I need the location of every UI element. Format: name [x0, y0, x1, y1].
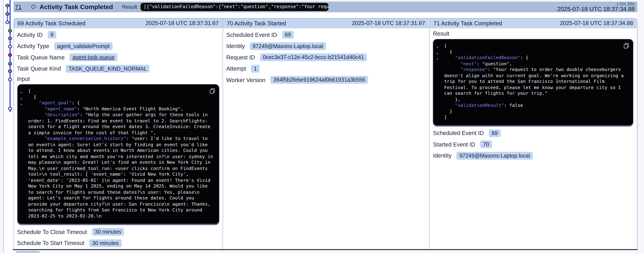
field-label: Request ID [226, 54, 255, 61]
field-value-badge: 97249@Masons-Laptop.local [456, 152, 533, 160]
field-label: Worker Version [226, 77, 266, 83]
field-value-badge: 1 [251, 65, 260, 73]
field-value-badge: 70 [480, 141, 492, 148]
field-label: Attempt [226, 65, 246, 72]
field-value-badge: 69 [489, 129, 500, 137]
panel-header-timestamp: 2025-07-18 UTC 18:37:34.88 [560, 20, 633, 26]
panel-activity-task-scheduled: 69 Activity Task Scheduled 2025-07-18 UT… [14, 18, 222, 249]
field-row: Activity Typeagent_validatePrompt [17, 40, 219, 52]
field-row: Request ID0cec3e37-c12e-45c2-bccc-b21541… [226, 52, 426, 63]
timeline-event-dot[interactable] [8, 70, 12, 73]
field-row: Identity97249@Masons-Laptop.local [433, 150, 633, 161]
input-section-label: Input [17, 74, 219, 83]
timeline-event-dot[interactable] [8, 107, 12, 110]
field-label: Schedule To Close Timeout [17, 229, 87, 235]
copy-icon[interactable] [624, 43, 629, 49]
panel-header: 71 Activity Task Completed 2025-07-18 UT… [430, 18, 637, 28]
panel-activity-task-completed: 71 Activity Task Completed 2025-07-18 UT… [430, 18, 637, 249]
column-divider [429, 18, 430, 249]
timeline-event-dot[interactable] [8, 78, 12, 81]
result-label: Result [122, 4, 137, 10]
field-label: Task Queue Name [17, 54, 64, 61]
activity-diamond-icon [31, 4, 36, 9]
result-json-viewer[interactable]: ⌄ ⌄ ⌄ [ { "validationFailedReason": { "n… [433, 39, 633, 125]
panel-activity-task-started: 70 Activity Task Started 2025-07-18 UTC … [223, 18, 429, 249]
timeline-event-dot[interactable] [8, 54, 12, 56]
collapsed-event-row[interactable]: 71 Activity Task Completed Result [{"val… [13, 1, 637, 12]
timeline-event-dot[interactable] [8, 29, 12, 32]
field-row: Attempt1 [226, 63, 426, 74]
field-label: Scheduled Event ID [226, 31, 277, 38]
event-offset: +1m 30s [557, 1, 634, 6]
collapse-chevron-icon[interactable]: ⌄ [436, 56, 438, 60]
event-id-link[interactable]: 71 [15, 3, 22, 10]
result-section-label: Result [433, 29, 633, 38]
input-json-text: [ { "agent_goal": { "agent_name": "North… [28, 88, 215, 219]
result-preview-pill[interactable]: [{"validationFailedReason":{"next":"ques… [140, 3, 328, 11]
panel-header-title: 71 Activity Task Completed [434, 20, 502, 27]
field-label: Started Event ID [433, 141, 475, 148]
field-label: Schedule To Start Timeout [17, 240, 84, 247]
field-row: Scheduled Event ID69 [433, 127, 633, 139]
row-gap [13, 12, 637, 18]
timeline-event-dot[interactable] [6, 12, 9, 15]
panel-header: 69 Activity Task Scheduled 2025-07-18 UT… [14, 18, 222, 28]
field-label: Task Queue Kind [17, 65, 61, 72]
next-row-partial[interactable] [16, 251, 40, 253]
panel-header-timestamp: 2025-07-18 UTC 18:37:31.67 [352, 20, 425, 26]
collapse-chevron-icon[interactable]: ⌄ [20, 95, 23, 99]
event-detail-group: 69 Activity Task Scheduled 2025-07-18 UT… [13, 18, 637, 249]
field-row: Schedule To Close Timeout30 minutes [17, 226, 219, 238]
field-value-badge: 69 [282, 31, 294, 39]
event-timestamp: 2025-07-18 UTC 18:37:34.88 [557, 6, 634, 12]
field-label: Activity ID [17, 31, 42, 38]
panel-header-timestamp: 2025-07-18 UTC 18:37:31.67 [146, 20, 219, 26]
field-value-badge: 97249@Masons-Laptop.local [250, 42, 326, 50]
field-label: Identity [226, 43, 245, 49]
event-title: Activity Task Completed [40, 3, 113, 10]
result-json-text: [ { "validationFailedReason": { "next": … [444, 43, 630, 120]
timeline-event-dot[interactable] [6, 21, 9, 24]
panel-header-title: 69 Activity Task Scheduled [18, 20, 86, 27]
event-time-group: +1m 30s 2025-07-18 UTC 18:37:34.88 [557, 1, 634, 12]
timeline-event-dot[interactable] [8, 45, 12, 48]
field-row: Task Queue KindTASK_QUEUE_KIND_NORMAL [17, 63, 219, 74]
panel-header: 70 Activity Task Started 2025-07-18 UTC … [223, 18, 429, 28]
timeline-event-dot[interactable] [8, 37, 12, 40]
event-timeline[interactable] [0, 0, 14, 253]
field-row: Schedule To Start Timeout30 minutes [17, 238, 219, 249]
field-value-badge: 9 [48, 31, 56, 39]
field-row: Started Event ID70 [433, 139, 633, 150]
field-value-badge: 0cec3e37-c12e-45c2-bccc-b21541d40c41 [260, 53, 367, 61]
field-value-badge: agent_validatePrompt [54, 42, 112, 50]
panel-header-title: 70 Activity Task Started [227, 20, 286, 27]
input-json-viewer[interactable]: ⌄ ⌄ ⌄ [ { "agent_goal": { "agent_name": … [17, 84, 219, 224]
field-row: Scheduled Event ID69 [226, 29, 426, 40]
field-row: Worker Version394f5b2febe919624af0b61931… [226, 74, 426, 86]
copy-icon[interactable] [209, 88, 215, 94]
field-label: Scheduled Event ID [433, 130, 484, 136]
collapse-chevron-icon[interactable]: ⌄ [20, 101, 23, 105]
collapse-chevron-icon[interactable]: ⌄ [436, 50, 438, 54]
field-label: Identity [433, 152, 452, 159]
field-row: Activity ID9 [17, 29, 219, 40]
field-row: Identity97249@Masons-Laptop.local [226, 40, 426, 52]
timeline-event-dot[interactable] [6, 4, 9, 7]
column-divider [222, 18, 223, 249]
event-history-view: 71 Activity Task Completed Result [{"val… [0, 0, 644, 253]
field-value-link[interactable]: agent-task-queue [70, 53, 118, 61]
collapse-chevron-icon[interactable]: ⌄ [436, 44, 438, 48]
timeline-event-dot[interactable] [8, 62, 12, 65]
field-row: Task Queue Nameagent-task-queue [17, 52, 219, 63]
detail-bottom-border [13, 249, 638, 250]
field-value-badge: TASK_QUEUE_KIND_NORMAL [66, 65, 150, 73]
field-value-badge: 30 minutes [89, 239, 122, 247]
field-value-badge: 30 minutes [92, 228, 124, 236]
field-label: Activity Type [17, 43, 49, 49]
field-value-badge: 394f5b2febe919624af0b61931a3b556 [270, 76, 368, 84]
collapse-chevron-icon[interactable]: ⌄ [20, 89, 23, 93]
